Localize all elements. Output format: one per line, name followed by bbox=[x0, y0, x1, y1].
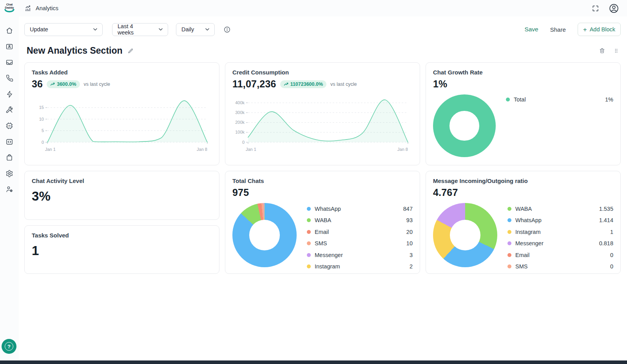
legend-label: Total bbox=[514, 96, 526, 103]
legend-row: Instagram2 bbox=[307, 261, 413, 273]
legend-row: Messenger0.818 bbox=[507, 238, 613, 250]
card-message-ratio: Message Incoming/Outgoing ratio 4.767 WA… bbox=[426, 171, 621, 274]
info-button[interactable] bbox=[223, 26, 231, 33]
section-title: New Analytics Section bbox=[27, 45, 123, 56]
share-button[interactable]: Share bbox=[550, 26, 566, 33]
date-range-select[interactable]: Last 4 weeks bbox=[112, 23, 168, 36]
legend-value: 93 bbox=[406, 217, 413, 223]
top-bar: Chat Daddy Analytics bbox=[0, 0, 627, 16]
main-content: Update Last 4 weeks Daily Save Share + A… bbox=[19, 16, 627, 364]
chatdaddy-logo[interactable]: Chat Daddy bbox=[0, 3, 19, 14]
legend-label: Instagram bbox=[315, 263, 340, 270]
trash-icon bbox=[599, 47, 605, 54]
granularity-value: Daily bbox=[181, 26, 194, 33]
legend-dot bbox=[307, 264, 311, 268]
add-block-button[interactable]: + Add Block bbox=[578, 23, 621, 36]
legend-row: WhatsApp1.414 bbox=[507, 215, 613, 226]
credit-consumption-chart: 0100k200k300k400kJan 1Jan 8 bbox=[232, 94, 413, 152]
account-button[interactable] bbox=[609, 3, 619, 14]
legend-dot bbox=[506, 98, 510, 101]
sidebar-item-developer[interactable] bbox=[2, 134, 17, 150]
legend-value: 1% bbox=[605, 96, 613, 103]
sidebar-item-settings[interactable] bbox=[2, 166, 17, 182]
sidebar-item-home[interactable] bbox=[2, 23, 17, 39]
legend-dot bbox=[307, 253, 311, 257]
legend-row: WABA93 bbox=[307, 215, 413, 226]
edit-title-button[interactable] bbox=[127, 48, 134, 54]
chevron-down-icon bbox=[93, 28, 97, 31]
lightning-icon bbox=[6, 91, 13, 98]
svg-text:400k: 400k bbox=[235, 100, 245, 105]
donut-hole bbox=[449, 111, 479, 140]
card-title: Message Incoming/Outgoing ratio bbox=[433, 177, 613, 184]
legend-value: 20 bbox=[406, 229, 413, 235]
trend-value: 110723600.0% bbox=[290, 81, 323, 87]
sidebar-item-store[interactable] bbox=[2, 150, 17, 166]
trending-up-icon bbox=[50, 82, 55, 86]
legend-label: SMS bbox=[315, 240, 327, 246]
legend-label: Messenger bbox=[515, 240, 544, 246]
legend-value: 0 bbox=[610, 252, 613, 258]
card-title: Chat Activity Level bbox=[32, 177, 212, 184]
chat-growth-donut bbox=[433, 94, 496, 157]
analytics-icon bbox=[24, 4, 32, 12]
block-type-select[interactable]: Update bbox=[24, 23, 103, 36]
trend-badge: 110723600.0% bbox=[280, 80, 326, 88]
card-tasks-added: Tasks Added 36 3600.0% vs last cycle 051… bbox=[24, 62, 219, 165]
legend-value: 1.414 bbox=[599, 217, 613, 223]
legend-value: 0.818 bbox=[599, 240, 613, 246]
legend-dot bbox=[507, 241, 511, 245]
svg-text:AI: AI bbox=[8, 125, 11, 127]
legend-label: Email bbox=[315, 229, 329, 235]
sidebar-item-inbox[interactable] bbox=[2, 54, 17, 71]
legend-label: SMS bbox=[515, 263, 527, 270]
left-card-stack: Chat Activity Level 3% Tasks Solved 1 bbox=[24, 171, 219, 274]
legend-label: Messenger bbox=[315, 252, 343, 258]
sidebar-item-tools[interactable] bbox=[2, 102, 17, 118]
delete-section-button[interactable] bbox=[599, 47, 605, 54]
legend-dot bbox=[507, 218, 511, 222]
gear-icon bbox=[5, 170, 13, 177]
info-icon bbox=[223, 26, 231, 33]
sidebar-item-automation[interactable] bbox=[2, 86, 17, 102]
tasks-added-chart: 051015Jan 1Jan 8 bbox=[32, 94, 212, 152]
save-button[interactable]: Save bbox=[524, 26, 538, 33]
sidebar-item-ai[interactable]: AI bbox=[2, 118, 17, 134]
sidebar-item-contacts[interactable] bbox=[2, 39, 17, 55]
svg-text:100k: 100k bbox=[235, 130, 245, 134]
legend-dot bbox=[507, 253, 511, 257]
legend-label: Instagram bbox=[515, 229, 540, 235]
svg-text:Jan 8: Jan 8 bbox=[197, 147, 207, 152]
legend-label: WhatsApp bbox=[315, 206, 341, 212]
granularity-select[interactable]: Daily bbox=[176, 23, 215, 36]
stat-value: 1% bbox=[433, 78, 448, 90]
card-total-chats: Total Chats 975 WhatsApp847WABA93Email20… bbox=[225, 171, 420, 274]
drag-handle-icon bbox=[613, 47, 619, 54]
stat-value: 11,07,236 bbox=[232, 78, 276, 90]
legend-value: 0 bbox=[610, 263, 613, 270]
legend-row: Email20 bbox=[307, 226, 413, 238]
phone-icon bbox=[6, 74, 13, 82]
logo-text-bottom: Daddy bbox=[5, 6, 14, 9]
card-tasks-solved: Tasks Solved 1 bbox=[24, 225, 219, 274]
pencil-icon bbox=[127, 48, 134, 54]
inbox-icon bbox=[5, 58, 13, 66]
message-ratio-legend: WABA1.535WhatsApp1.414Instagram1Messenge… bbox=[507, 203, 613, 272]
drag-section-handle[interactable] bbox=[613, 47, 619, 54]
legend-row: SMS0 bbox=[507, 261, 613, 273]
legend-dot bbox=[507, 230, 511, 234]
card-chat-activity-level: Chat Activity Level 3% bbox=[24, 171, 219, 220]
donut-hole bbox=[450, 220, 480, 250]
sidebar-item-team[interactable] bbox=[2, 181, 17, 197]
cards-grid: Tasks Added 36 3600.0% vs last cycle 051… bbox=[24, 62, 621, 274]
help-button[interactable]: ? bbox=[2, 339, 16, 354]
sidebar-item-calls[interactable] bbox=[2, 71, 17, 87]
card-title: Credit Consumption bbox=[232, 69, 413, 76]
shopping-bag-icon bbox=[5, 154, 13, 161]
fullscreen-button[interactable] bbox=[592, 5, 599, 12]
legend-dot bbox=[307, 218, 311, 222]
donut-hole bbox=[249, 220, 279, 250]
legend-dot bbox=[507, 207, 511, 211]
legend-row: Instagram1 bbox=[507, 226, 613, 238]
total-chats-legend: WhatsApp847WABA93Email20SMS10Messenger3I… bbox=[307, 203, 413, 272]
